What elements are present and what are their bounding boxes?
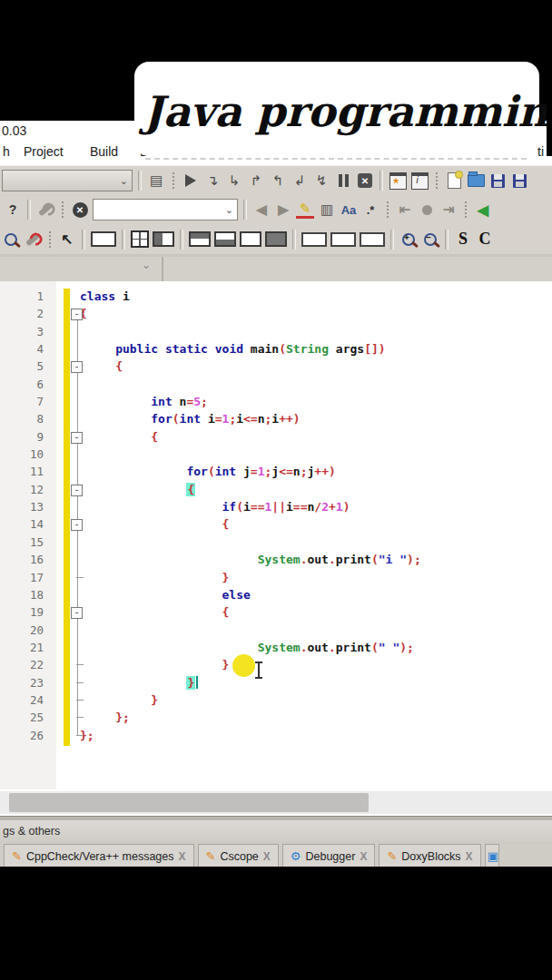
wide-tool-1-button[interactable] (301, 230, 327, 250)
code-line[interactable]: 2-{ (0, 305, 552, 322)
search-prev-button[interactable]: ◀ (252, 200, 271, 220)
various-info-button[interactable] (410, 171, 429, 191)
wide-tool-3-button[interactable] (360, 230, 385, 250)
toolbar-grip[interactable] (61, 201, 64, 219)
code-line[interactable]: 1class i (0, 288, 552, 305)
save-button[interactable] (488, 171, 507, 191)
stop-debugger-button[interactable]: ✕ (356, 171, 374, 191)
toggle-bookmark-button[interactable] (418, 200, 436, 220)
next-bookmark-button[interactable]: ⇥ (439, 200, 458, 220)
fold-collapse-icon[interactable]: - (71, 432, 83, 444)
jump-back-button[interactable]: ◀ (474, 200, 492, 220)
debugging-windows-button[interactable] (389, 171, 407, 191)
fold-margin[interactable]: - (64, 358, 80, 375)
close-icon[interactable]: X (466, 850, 473, 863)
fold-collapse-icon[interactable]: - (71, 519, 83, 531)
log-tab-cscope[interactable]: ✎CscopeX (198, 844, 279, 867)
chevron-down-icon[interactable]: ⌄ (142, 259, 151, 271)
code-line[interactable]: 16 System.out.print("i "); (0, 551, 552, 568)
code-line[interactable]: 12- { (0, 481, 552, 498)
incremental-search-combobox[interactable]: ⌄ (93, 199, 238, 220)
panel-fill-button[interactable] (265, 230, 287, 250)
step-into-instruction-button[interactable]: ↯ (312, 171, 330, 191)
step-into-button[interactable]: ↱ (247, 171, 265, 191)
zoom-out-button[interactable]: − (421, 230, 439, 250)
log-tab-doxyblocks[interactable]: ✎DoxyBlocksX (379, 844, 480, 867)
c-tool-button[interactable]: C (476, 230, 494, 250)
code-line[interactable]: 24 } (0, 691, 552, 709)
toolbar-grip[interactable] (435, 172, 439, 190)
find-button[interactable] (2, 230, 20, 250)
run-to-cursor-button[interactable]: ↴ (203, 171, 222, 191)
menu-build[interactable]: Build (90, 144, 118, 159)
code-line[interactable]: 14- { (0, 515, 552, 533)
code-line[interactable]: 22 } (0, 656, 552, 673)
code-line[interactable]: 19- { (0, 603, 552, 621)
code-line[interactable]: 4 public static void main(String args[]) (0, 340, 552, 358)
toolbar-grip[interactable] (48, 230, 52, 249)
half-grid-tool-button[interactable] (153, 230, 174, 250)
panel-center-button[interactable] (240, 230, 261, 250)
code-line[interactable]: 10 (0, 446, 552, 463)
pointer-tool-button[interactable]: ↖ (58, 230, 76, 250)
zoom-in-button[interactable]: + (399, 230, 418, 250)
script-icon[interactable]: ▤ (147, 171, 165, 191)
grid-tool-button[interactable] (131, 230, 149, 250)
new-file-button[interactable] (445, 171, 463, 191)
code-line[interactable]: 8 for(int i=1;i<=n;i++) (0, 410, 552, 427)
fold-collapse-icon[interactable]: - (71, 485, 83, 496)
panel-bottom-button[interactable] (214, 230, 236, 250)
code-line[interactable]: 20 (0, 622, 552, 639)
search-next-button[interactable]: ▶ (274, 200, 292, 220)
tool-wrench-button[interactable] (24, 230, 42, 250)
close-icon[interactable]: X (263, 850, 271, 863)
code-line[interactable]: 6 (0, 376, 552, 393)
code-line[interactable]: 5- { (0, 358, 552, 375)
debug-target-combobox[interactable]: ⌄ (2, 170, 133, 191)
fold-margin[interactable]: - (64, 305, 80, 322)
s-tool-button[interactable]: S (454, 230, 472, 250)
regex-button[interactable]: .* (361, 200, 380, 220)
fold-margin[interactable]: - (64, 481, 80, 498)
code-line[interactable]: 25 }; (0, 709, 552, 726)
code-line[interactable]: 3 (0, 323, 552, 340)
fold-margin[interactable]: - (64, 603, 80, 621)
editor-file-tab[interactable] (0, 257, 163, 281)
toolbar-grip[interactable] (386, 201, 389, 219)
fold-margin[interactable]: - (64, 428, 80, 446)
clear-search-button[interactable]: ✕ (71, 200, 89, 220)
break-debugger-button[interactable] (334, 171, 352, 191)
scrollbar-thumb[interactable] (9, 793, 369, 812)
code-line[interactable]: 23 } (0, 674, 552, 691)
fold-margin[interactable]: - (64, 515, 80, 533)
close-icon[interactable]: X (360, 850, 367, 863)
save-all-button[interactable] (510, 171, 528, 191)
panel-top-button[interactable] (189, 230, 211, 250)
code-line[interactable]: 26}; (0, 727, 552, 744)
next-instruction-button[interactable]: ↲ (291, 171, 309, 191)
close-icon[interactable]: X (179, 850, 186, 863)
code-line[interactable]: 11 for(int j=1;j<=n;j++) (0, 463, 552, 480)
prev-bookmark-button[interactable]: ⇤ (396, 200, 414, 220)
code-line[interactable]: 9- { (0, 428, 552, 446)
fold-collapse-icon[interactable]: - (71, 309, 83, 320)
code-line[interactable]: 13 if(i==1||i==n/2+1) (0, 498, 552, 515)
code-line[interactable]: 7 int n=5; (0, 393, 552, 410)
step-out-button[interactable]: ↰ (269, 171, 287, 191)
fold-collapse-icon[interactable]: - (71, 607, 83, 619)
log-tab-debugger[interactable]: ⚙DebuggerX (282, 844, 376, 867)
toolbar-grip[interactable] (172, 172, 175, 190)
next-line-button[interactable]: ↳ (225, 171, 243, 191)
code-line[interactable]: 17 } (0, 569, 552, 586)
code-editor[interactable]: 1class i2-{34 public static void main(St… (0, 281, 552, 789)
settings-wrench-button[interactable] (36, 200, 54, 220)
menu-project[interactable]: Project (24, 144, 64, 159)
code-line[interactable]: 15 (0, 534, 552, 551)
code-line[interactable]: 21 System.out.print(" "); (0, 639, 552, 656)
highlight-occurrences-button[interactable]: ✎ (296, 201, 314, 219)
log-tab-partial[interactable]: ▣ (485, 844, 499, 867)
open-file-button[interactable] (467, 171, 485, 191)
fold-collapse-icon[interactable]: - (71, 361, 83, 373)
selected-to-search-button[interactable]: ▥ (318, 200, 336, 220)
match-case-button[interactable]: Aa (340, 200, 358, 220)
